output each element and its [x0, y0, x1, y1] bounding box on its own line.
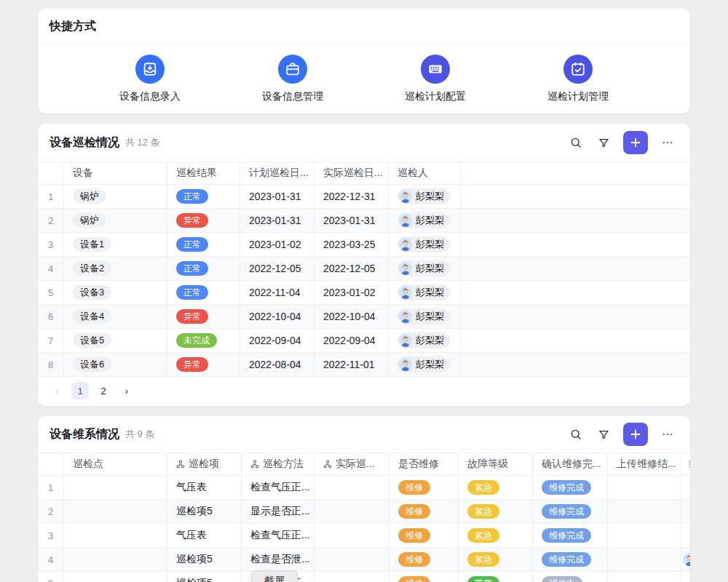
cell-point[interactable]	[64, 548, 167, 571]
cell-actual[interactable]	[314, 572, 389, 582]
shortcut-device-manage[interactable]: 设备信息管理	[221, 55, 364, 103]
cell-confirm[interactable]: 维修中	[533, 572, 608, 582]
pagination-prev-icon[interactable]: ‹	[48, 382, 66, 399]
column-header-actual[interactable]: 实际巡...	[314, 453, 389, 475]
cell-confirm[interactable]: 维修完成	[533, 500, 608, 523]
cell-method[interactable]: 显示是否正...	[242, 500, 314, 523]
cell-cutoff[interactable]	[681, 548, 690, 571]
cell-result[interactable]: 正常	[167, 257, 240, 280]
shortcut-plan-manage[interactable]: 巡检计划管理	[507, 55, 649, 103]
column-header-actual[interactable]: 实际巡检日...	[314, 162, 389, 184]
cell-point[interactable]	[64, 524, 167, 547]
cell-level[interactable]: 重要	[459, 572, 533, 582]
column-header-result[interactable]: 巡检结果	[167, 162, 240, 184]
cell-planned-date[interactable]: 2022-12-05	[240, 257, 314, 280]
cell-method[interactable]: 检查气压正...	[242, 476, 314, 499]
cell-repair[interactable]: 维修	[389, 476, 459, 499]
cell-actual[interactable]	[314, 476, 389, 499]
cell-planned-date[interactable]: 2022-11-04	[240, 281, 314, 304]
cell-point[interactable]	[64, 500, 167, 523]
table-row[interactable]: 4 设备2 正常 2022-12-05 2022-12-05 彭梨梨	[38, 257, 690, 281]
column-header-method[interactable]: 巡检方法	[242, 453, 314, 475]
cell-item[interactable]: 气压表	[167, 476, 242, 499]
table-row[interactable]: 3 设备1 正常 2023-01-02 2023-03-25 彭梨梨	[38, 233, 690, 257]
table-row[interactable]: 2 巡检项5 显示是否正... 维修 紧急 维修完成	[38, 500, 690, 524]
cell-inspector[interactable]: 彭梨梨	[389, 305, 461, 328]
filter-icon[interactable]	[593, 423, 614, 445]
cell-device[interactable]: 锅炉	[64, 209, 167, 232]
cell-cutoff[interactable]	[681, 476, 690, 499]
cell-actual[interactable]	[314, 548, 389, 571]
cell-confirm[interactable]: 维修完成	[533, 476, 608, 499]
cell-upload[interactable]	[608, 500, 681, 523]
add-record-button[interactable]	[623, 131, 648, 154]
cell-result[interactable]: 异常	[167, 209, 240, 232]
cell-device[interactable]: 设备4	[64, 305, 167, 328]
cell-device[interactable]: 锅炉	[64, 185, 167, 208]
cell-inspector[interactable]: 彭梨梨	[389, 281, 461, 304]
cell-upload[interactable]	[608, 572, 681, 582]
table-row[interactable]: 6 设备4 异常 2022-10-04 2022-10-04 彭梨梨	[38, 305, 690, 329]
column-header-cutoff[interactable]: 维	[681, 453, 690, 475]
pagination-next-icon[interactable]: ›	[118, 382, 135, 399]
column-header-device[interactable]: 设备	[64, 162, 167, 184]
cell-inspector[interactable]: 彭梨梨	[389, 209, 461, 232]
cell-inspector[interactable]: 彭梨梨	[389, 353, 461, 376]
table-row[interactable]: 3 气压表 检查气压正... 维修 紧急 维修完成	[38, 524, 690, 548]
cell-repair[interactable]: 维修	[389, 524, 459, 547]
cell-cutoff[interactable]	[681, 500, 690, 523]
cell-result[interactable]: 正常	[167, 185, 240, 208]
cell-actual-date[interactable]: 2022-11-01	[314, 353, 389, 376]
column-header-inspector[interactable]: 巡检人	[389, 162, 461, 184]
cell-device[interactable]: 设备5	[64, 329, 167, 352]
cell-confirm[interactable]: 维修完成	[533, 524, 608, 547]
cell-level[interactable]: 紧急	[459, 548, 533, 571]
cell-actual[interactable]	[314, 524, 389, 547]
search-icon[interactable]	[565, 132, 587, 154]
table-row[interactable]: 1 气压表 检查气压正... 维修 紧急 维修完成	[38, 476, 690, 500]
cell-result[interactable]: 异常	[167, 305, 240, 328]
cell-item[interactable]: 气压表	[167, 524, 242, 547]
cell-planned-date[interactable]: 2022-08-04	[240, 353, 314, 376]
table-row[interactable]: 8 设备6 异常 2022-08-04 2022-11-01 彭梨梨	[38, 353, 690, 377]
cell-actual-date[interactable]: 2022-12-05	[314, 257, 389, 280]
column-header-level[interactable]: 故障等级	[459, 453, 533, 475]
cell-upload[interactable]	[608, 476, 681, 499]
cell-point[interactable]	[64, 572, 167, 582]
cell-device[interactable]: 设备6	[64, 353, 167, 376]
column-header-repair[interactable]: 是否维修	[389, 453, 459, 475]
table-row[interactable]: 4 巡检项5 检查是否泄... 维修 紧急 维修完成	[38, 548, 690, 572]
cell-level[interactable]: 紧急	[459, 524, 533, 547]
cell-actual-date[interactable]: 2022-10-04	[314, 305, 389, 328]
cell-item[interactable]: 巡检项5	[167, 548, 242, 571]
cell-actual[interactable]	[314, 500, 389, 523]
table-row[interactable]: 2 锅炉 异常 2023-01-31 2023-01-31 彭梨梨	[38, 209, 690, 233]
table-row[interactable]: 5 设备3 正常 2022-11-04 2023-01-02 彭梨梨	[38, 281, 690, 305]
cell-confirm[interactable]: 维修完成	[533, 548, 608, 571]
cell-inspector[interactable]: 彭梨梨	[389, 233, 461, 256]
cell-upload[interactable]	[608, 548, 681, 571]
search-icon[interactable]	[565, 423, 587, 445]
shortcut-plan-config[interactable]: 巡检计划配置	[364, 55, 507, 103]
cell-actual-date[interactable]: 2023-03-25	[314, 233, 389, 256]
cell-actual-date[interactable]: 2022-09-04	[314, 329, 389, 352]
column-header-point[interactable]: 巡检点	[64, 453, 167, 475]
add-record-button[interactable]	[623, 423, 648, 446]
column-header-confirm[interactable]: 确认维修完...	[533, 453, 608, 475]
cell-point[interactable]	[64, 476, 167, 499]
cell-repair[interactable]: 维修	[389, 572, 459, 582]
cell-method[interactable]: 检查是否泄...	[242, 548, 314, 571]
cell-planned-date[interactable]: 2022-09-04	[240, 329, 314, 352]
cell-actual-date[interactable]: 2023-01-31	[314, 209, 389, 232]
cell-device[interactable]: 设备2	[64, 257, 167, 280]
cell-cutoff[interactable]	[681, 572, 690, 582]
table-row[interactable]: 5 巡检项5 显示是否正... 维修 重要 维修中	[38, 572, 690, 582]
cell-inspector[interactable]: 彭梨梨	[389, 329, 461, 352]
cell-planned-date[interactable]: 2023-01-31	[240, 185, 314, 208]
cell-cutoff[interactable]	[681, 524, 690, 547]
pagination-page-1[interactable]: 1	[71, 382, 89, 399]
cell-method[interactable]: 检查气压正...	[242, 524, 314, 547]
cell-result[interactable]: 未完成	[167, 329, 240, 352]
pagination-page-2[interactable]: 2	[95, 382, 112, 399]
shortcut-device-entry[interactable]: 设备信息录入	[79, 55, 221, 103]
